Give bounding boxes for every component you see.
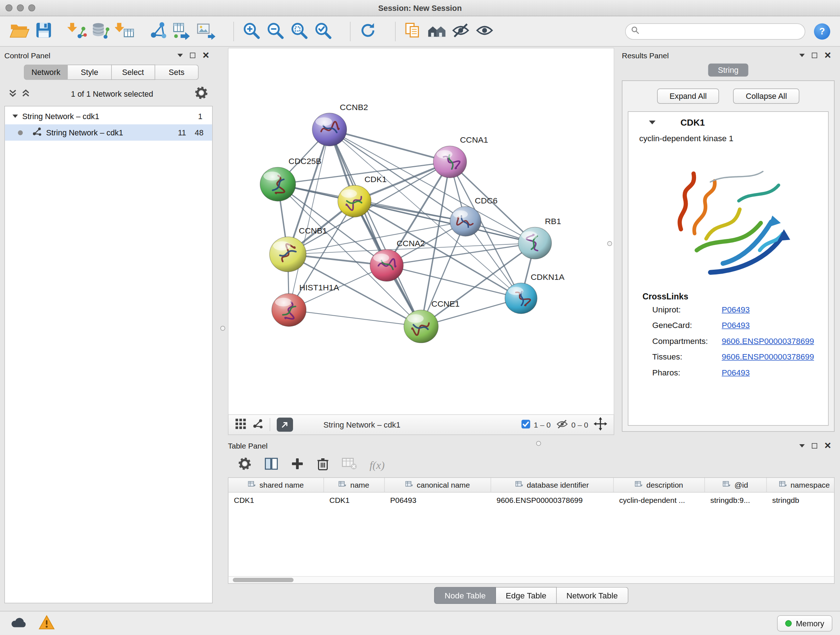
network-node-RB1[interactable]: RB1 <box>518 217 561 259</box>
tab-select[interactable]: Select <box>111 65 155 80</box>
add-column-icon[interactable] <box>291 457 304 472</box>
help-button[interactable]: ? <box>814 23 830 40</box>
warnings-button[interactable] <box>36 615 57 631</box>
export-network-button[interactable] <box>277 418 293 432</box>
open-session-button[interactable] <box>8 19 32 44</box>
close-window-button[interactable] <box>5 4 13 11</box>
hide-selected-button[interactable] <box>449 19 473 44</box>
first-neighbors-button[interactable] <box>425 19 449 44</box>
tab-sets[interactable]: Sets <box>155 65 199 80</box>
delete-column-icon[interactable] <box>317 457 330 473</box>
table-row[interactable]: CDK1CDK1P064939606.ENSP00000378699cyclin… <box>229 493 834 508</box>
table-panel-float-icon[interactable] <box>812 443 817 448</box>
bottom-splitter-grip[interactable] <box>536 441 541 446</box>
network-node-CCNB1[interactable]: CCNB1 <box>270 226 327 272</box>
save-session-button[interactable] <box>32 19 55 44</box>
column-header-label: description <box>646 481 684 489</box>
scrollbar-thumb[interactable] <box>233 578 294 582</box>
network-edge-HIST1H1A-CCNE1[interactable] <box>289 310 421 326</box>
column-header-namespace[interactable]: namespace <box>767 478 835 492</box>
gene-expander-icon[interactable] <box>649 120 655 124</box>
tab-node-table[interactable]: Node Table <box>434 587 496 604</box>
selected-checkbox-icon[interactable] <box>521 419 531 431</box>
results-panel-close-icon[interactable]: ✕ <box>824 51 831 60</box>
right-splitter-grip[interactable] <box>607 241 613 246</box>
show-columns-icon[interactable] <box>264 457 279 472</box>
column-header-shared-name[interactable]: shared name <box>229 478 324 492</box>
houses-icon <box>427 21 447 41</box>
refresh-button[interactable] <box>356 19 380 44</box>
network-node-CDKN1A[interactable]: CDKN1A <box>505 272 565 314</box>
results-panel-menu-icon[interactable] <box>799 54 805 57</box>
control-panel-close-icon[interactable]: ✕ <box>202 51 210 60</box>
collapse-all-button[interactable]: Collapse All <box>733 89 799 104</box>
network-edge-CCNB2-CCNE1[interactable] <box>330 130 421 326</box>
gene-section-header[interactable]: CDK1 <box>628 112 828 133</box>
network-node-CCNB2[interactable]: CCNB2 <box>312 103 368 146</box>
table-horizontal-scrollbar[interactable] <box>229 576 834 584</box>
birdseye-view-icon[interactable] <box>235 418 247 432</box>
minimize-window-button[interactable] <box>17 4 24 11</box>
expand-all-button[interactable]: Expand All <box>657 89 719 104</box>
import-table-file-button[interactable] <box>113 19 137 44</box>
tab-string[interactable]: String <box>708 64 748 77</box>
export-image-button[interactable] <box>194 19 218 44</box>
memory-button[interactable]: Memory <box>777 615 832 631</box>
control-panel-float-icon[interactable] <box>189 53 195 58</box>
pan-crosshair-icon[interactable] <box>594 417 607 433</box>
column-header--id[interactable]: @id <box>705 478 767 492</box>
import-network-file-button[interactable] <box>65 19 89 44</box>
new-network-button[interactable] <box>147 19 171 44</box>
hidden-eye-icon[interactable] <box>556 418 568 431</box>
expand-all-tree-icon[interactable] <box>9 89 17 98</box>
network-edge-CCNB2-CCNB1[interactable] <box>288 130 330 254</box>
network-canvas[interactable]: CCNB2CCNA1CDC25BCDK1CDC6RB1CCNB1CCNA2CDK… <box>228 48 614 415</box>
import-network-database-button[interactable] <box>89 19 113 44</box>
tab-network-table[interactable]: Network Table <box>557 587 628 604</box>
network-collection-row[interactable]: String Network – cdk1 1 <box>5 108 212 125</box>
results-panel-float-icon[interactable] <box>812 53 817 58</box>
cloud-button[interactable] <box>8 615 29 631</box>
column-header-name[interactable]: name <box>324 478 385 492</box>
zoom-fit-button[interactable] <box>287 19 311 44</box>
network-node-HIST1H1A[interactable]: HIST1H1A <box>272 283 339 326</box>
crosslink-uniprot-link[interactable]: P06493 <box>722 305 750 314</box>
column-header-canonical-name[interactable]: canonical name <box>385 478 491 492</box>
crosslink-tissues-link[interactable]: 9606.ENSP00000378699 <box>722 352 814 361</box>
search-input[interactable] <box>643 27 799 35</box>
table-panel-close-icon[interactable]: ✕ <box>824 442 831 450</box>
control-panel-menu-icon[interactable] <box>177 54 183 57</box>
collection-expander-icon[interactable] <box>13 115 18 118</box>
zoom-selected-button[interactable] <box>311 19 335 44</box>
window-controls <box>5 4 35 11</box>
maximize-window-button[interactable] <box>28 4 35 11</box>
network-node-CDC6[interactable]: CDC6 <box>450 196 497 236</box>
zoom-out-button[interactable] <box>264 19 287 44</box>
show-all-button[interactable] <box>473 19 497 44</box>
collapse-all-tree-icon[interactable] <box>22 89 30 98</box>
network-overview-icon[interactable] <box>253 418 264 431</box>
new-network-from-table-button[interactable] <box>171 19 194 44</box>
function-builder-icon[interactable]: f(x) <box>370 459 385 471</box>
tab-style[interactable]: Style <box>68 65 111 80</box>
network-graph[interactable]: CCNB2CCNA1CDC25BCDK1CDC6RB1CCNB1CCNA2CDK… <box>229 49 614 415</box>
table-panel-menu-icon[interactable] <box>799 444 805 448</box>
network-node-CDK1[interactable]: CDK1 <box>338 175 387 217</box>
column-header-database-identifier[interactable]: database identifier <box>491 478 614 492</box>
network-row[interactable]: String Network – cdk1 11 48 <box>5 125 212 141</box>
network-options-gear-icon[interactable] <box>194 86 208 102</box>
node-table: shared namenamecanonical namedatabase id… <box>228 478 835 584</box>
table-cell: CDK1 <box>324 496 385 504</box>
left-splitter-grip[interactable] <box>220 326 225 331</box>
table-settings-gear-icon[interactable] <box>238 457 252 473</box>
network-node-CCNA1[interactable]: CCNA1 <box>433 136 488 178</box>
tab-edge-table[interactable]: Edge Table <box>496 587 557 604</box>
tab-network[interactable]: Network <box>24 65 68 80</box>
crosslink-pharos-link[interactable]: P06493 <box>722 368 750 377</box>
copy-button[interactable] <box>401 19 425 44</box>
crosslink-compartments-link[interactable]: 9606.ENSP00000378699 <box>722 336 814 346</box>
search-box[interactable] <box>625 23 805 40</box>
crosslink-genecard-link[interactable]: P06493 <box>722 320 750 330</box>
column-header-description[interactable]: description <box>614 478 705 492</box>
zoom-in-button[interactable] <box>240 19 264 44</box>
